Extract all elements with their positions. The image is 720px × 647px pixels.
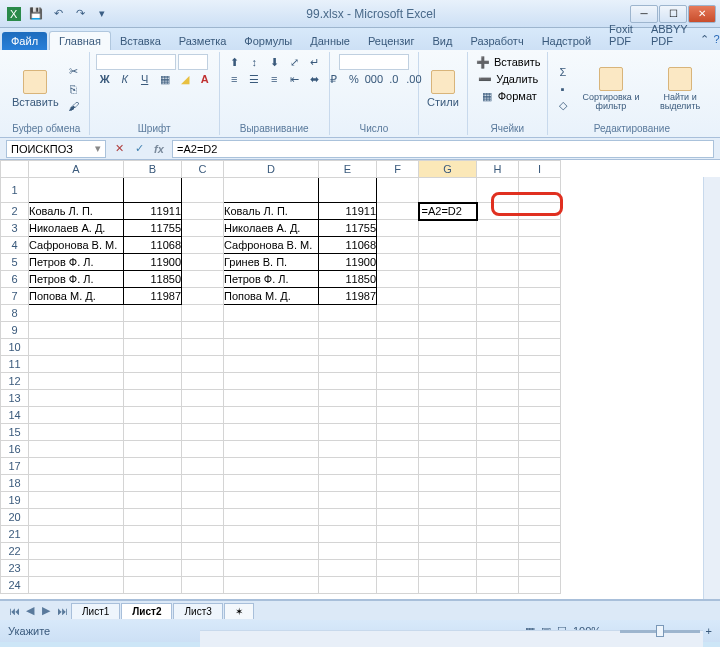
align-center-icon[interactable]: ☰ — [245, 71, 263, 87]
tab-abbyy[interactable]: ABBYY PDF — [642, 20, 697, 50]
font-color-button[interactable]: A — [196, 71, 214, 87]
cell-E7[interactable]: 11987 — [319, 288, 377, 305]
cell-H14[interactable] — [477, 407, 519, 424]
cell-A16[interactable] — [29, 441, 124, 458]
row-header-11[interactable]: 11 — [1, 356, 29, 373]
cell-H10[interactable] — [477, 339, 519, 356]
cell-B3[interactable]: 11755 — [124, 220, 182, 237]
cell-E8[interactable] — [319, 305, 377, 322]
col-header-C[interactable]: C — [182, 161, 224, 178]
cell-F10[interactable] — [377, 339, 419, 356]
cell-G1[interactable] — [419, 178, 477, 203]
qat-dropdown-icon[interactable]: ▾ — [92, 4, 112, 24]
cell-D12[interactable] — [224, 373, 319, 390]
cell-G18[interactable] — [419, 475, 477, 492]
col-header-B[interactable]: B — [124, 161, 182, 178]
font-size-selector[interactable] — [178, 54, 208, 70]
cancel-formula-icon[interactable]: ✕ — [110, 140, 128, 158]
cell-H20[interactable] — [477, 509, 519, 526]
cell-F15[interactable] — [377, 424, 419, 441]
cell-F22[interactable] — [377, 543, 419, 560]
cell-I19[interactable] — [519, 492, 561, 509]
cell-I18[interactable] — [519, 475, 561, 492]
cell-C11[interactable] — [182, 356, 224, 373]
cell-A22[interactable] — [29, 543, 124, 560]
clear-icon[interactable]: ◇ — [554, 98, 572, 114]
cell-D14[interactable] — [224, 407, 319, 424]
cell-C7[interactable] — [182, 288, 224, 305]
cell-E23[interactable] — [319, 560, 377, 577]
cell-G12[interactable] — [419, 373, 477, 390]
row-header-17[interactable]: 17 — [1, 458, 29, 475]
merge-icon[interactable]: ⬌ — [305, 71, 323, 87]
col-header-G[interactable]: G — [419, 161, 477, 178]
cell-I20[interactable] — [519, 509, 561, 526]
cell-D19[interactable] — [224, 492, 319, 509]
styles-button[interactable]: Стили — [425, 68, 461, 110]
cell-H8[interactable] — [477, 305, 519, 322]
cell-E12[interactable] — [319, 373, 377, 390]
horizontal-scrollbar[interactable] — [200, 630, 703, 647]
cell-F17[interactable] — [377, 458, 419, 475]
tab-insert[interactable]: Вставка — [111, 32, 170, 50]
cell-E1[interactable]: Ставка, руб. — [319, 178, 377, 203]
sheet-nav-next-icon[interactable]: ▶ — [38, 603, 54, 619]
col-header-A[interactable]: A — [29, 161, 124, 178]
tab-home[interactable]: Главная — [49, 31, 111, 50]
cell-A3[interactable]: Николаев А. Д. — [29, 220, 124, 237]
cell-F20[interactable] — [377, 509, 419, 526]
cell-A19[interactable] — [29, 492, 124, 509]
italic-button[interactable]: К — [116, 71, 134, 87]
sheet-nav-prev-icon[interactable]: ◀ — [22, 603, 38, 619]
cell-D10[interactable] — [224, 339, 319, 356]
cell-H21[interactable] — [477, 526, 519, 543]
vertical-scrollbar[interactable] — [703, 177, 720, 599]
align-top-icon[interactable]: ⬆ — [225, 54, 243, 70]
cell-H22[interactable] — [477, 543, 519, 560]
cell-F13[interactable] — [377, 390, 419, 407]
cell-E3[interactable]: 11755 — [319, 220, 377, 237]
sheet-nav-first-icon[interactable]: ⏮ — [6, 603, 22, 619]
cell-E6[interactable]: 11850 — [319, 271, 377, 288]
cell-D17[interactable] — [224, 458, 319, 475]
row-header-14[interactable]: 14 — [1, 407, 29, 424]
cell-C18[interactable] — [182, 475, 224, 492]
cell-E16[interactable] — [319, 441, 377, 458]
row-header-21[interactable]: 21 — [1, 526, 29, 543]
cell-B16[interactable] — [124, 441, 182, 458]
decimal-inc-icon[interactable]: .0 — [385, 71, 403, 87]
cell-A24[interactable] — [29, 577, 124, 594]
cell-C8[interactable] — [182, 305, 224, 322]
cell-B21[interactable] — [124, 526, 182, 543]
cell-C24[interactable] — [182, 577, 224, 594]
tab-layout[interactable]: Разметка — [170, 32, 236, 50]
cell-D8[interactable] — [224, 305, 319, 322]
row-header-15[interactable]: 15 — [1, 424, 29, 441]
cell-H17[interactable] — [477, 458, 519, 475]
tab-developer[interactable]: Разработч — [461, 32, 532, 50]
tab-data[interactable]: Данные — [301, 32, 359, 50]
row-header-7[interactable]: 7 — [1, 288, 29, 305]
col-header-F[interactable]: F — [377, 161, 419, 178]
row-header-5[interactable]: 5 — [1, 254, 29, 271]
cell-C19[interactable] — [182, 492, 224, 509]
cell-A21[interactable] — [29, 526, 124, 543]
tab-review[interactable]: Рецензиг — [359, 32, 424, 50]
cell-B23[interactable] — [124, 560, 182, 577]
row-header-10[interactable]: 10 — [1, 339, 29, 356]
insert-function-icon[interactable]: fx — [150, 140, 168, 158]
cell-G15[interactable] — [419, 424, 477, 441]
cell-B7[interactable]: 11987 — [124, 288, 182, 305]
cell-C6[interactable] — [182, 271, 224, 288]
cell-C14[interactable] — [182, 407, 224, 424]
format-painter-icon[interactable]: 🖌 — [65, 98, 83, 114]
cell-E17[interactable] — [319, 458, 377, 475]
cell-D4[interactable]: Сафронова В. М. — [224, 237, 319, 254]
cell-G2[interactable] — [419, 203, 477, 220]
cell-C17[interactable] — [182, 458, 224, 475]
cell-E20[interactable] — [319, 509, 377, 526]
cell-G24[interactable] — [419, 577, 477, 594]
cell-B19[interactable] — [124, 492, 182, 509]
col-header-H[interactable]: H — [477, 161, 519, 178]
row-header-9[interactable]: 9 — [1, 322, 29, 339]
